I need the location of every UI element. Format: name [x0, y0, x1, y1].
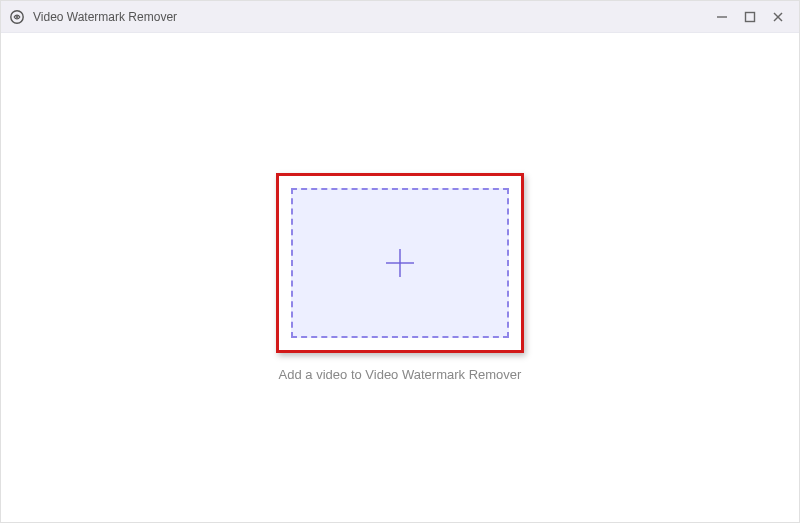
add-video-dropzone[interactable]	[291, 188, 509, 338]
app-title: Video Watermark Remover	[33, 10, 715, 24]
close-button[interactable]	[771, 10, 785, 24]
svg-point-1	[16, 15, 18, 17]
highlight-frame	[276, 173, 524, 353]
maximize-button[interactable]	[743, 10, 757, 24]
svg-rect-3	[746, 12, 755, 21]
minimize-button[interactable]	[715, 10, 729, 24]
app-icon	[9, 9, 25, 25]
plus-icon	[383, 246, 417, 280]
main-content: Add a video to Video Watermark Remover	[1, 33, 799, 522]
window-controls	[715, 10, 791, 24]
titlebar: Video Watermark Remover	[1, 1, 799, 33]
add-video-prompt: Add a video to Video Watermark Remover	[279, 367, 522, 382]
